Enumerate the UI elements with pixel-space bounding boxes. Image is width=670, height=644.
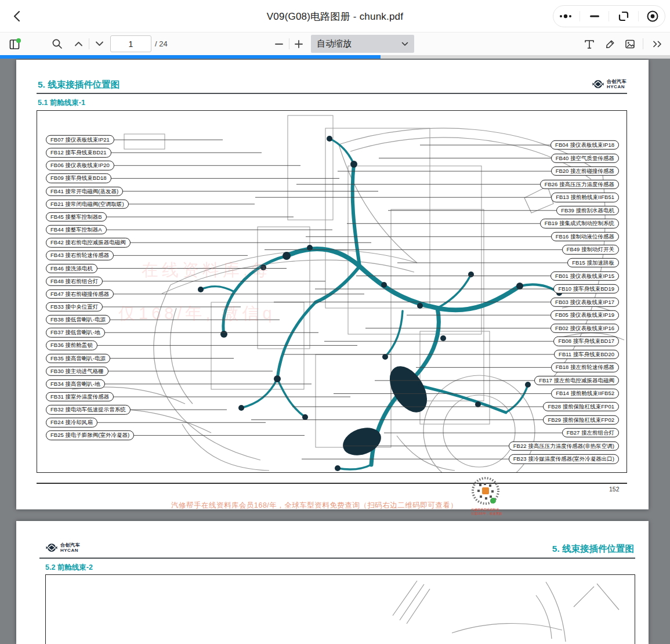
zoom-in-button[interactable] [291, 32, 306, 55]
search-button[interactable] [49, 32, 65, 55]
hycan-emblem-icon [592, 78, 604, 91]
brand-name-en: HYCAN [607, 84, 626, 89]
connector-label: FB07 接仪表板线束IP21 [46, 135, 114, 144]
connector-label: FB36 接前舱盖锁 [46, 341, 97, 350]
connector-label: FB01 接仪表板线束IP15 [551, 271, 619, 280]
insert-image-button[interactable] [622, 32, 638, 55]
header-rule [39, 558, 635, 559]
connector-label: FB41 接常开电磁阀(蒸发器) [46, 186, 123, 196]
connector-label: FB14 接前舱线束IIFB52 [551, 389, 619, 398]
footer-watermark: 汽修帮手在线资料库会员168/年，全球车型资料免费查询（扫码右边二维码即可查看） [171, 501, 458, 511]
prev-page-button[interactable] [71, 32, 86, 55]
brand-text: 合创汽车 HYCAN [607, 79, 626, 89]
connector-label: FB49 接制动灯开关 [562, 245, 619, 254]
connector-label: FB18 接左前轮速传感器 [551, 363, 619, 372]
window-capsule [553, 5, 665, 27]
pdf-toolbar: / 24 自动缩放 [0, 32, 670, 55]
pdf-viewport[interactable]: 5. 线束接插件位置图 合创汽车 HYCAN 5.1 前舱线束-1 [0, 59, 670, 644]
connector-label: FB29 接前保险杠线束FP02 [543, 415, 619, 424]
search-icon [52, 38, 63, 49]
connector-label: FB15 接加速踏板 [567, 258, 619, 267]
text-tool-button[interactable] [581, 32, 597, 55]
close-button[interactable] [643, 8, 662, 25]
connector-label: FB45 接整车控制器B [46, 212, 107, 222]
brand-name-en: HYCAN [60, 548, 80, 553]
float-window-icon [618, 10, 629, 22]
subsection-title: 5.2 前舱线束-2 [45, 563, 93, 573]
capsule-divider [638, 11, 639, 21]
connector-label: FB37 接低音喇叭-地 [46, 328, 105, 337]
connector-label: FB38 接低音喇叭-电源 [46, 315, 110, 324]
page-number-input[interactable] [110, 35, 151, 52]
zoom-out-button[interactable] [271, 32, 287, 55]
connector-label: FB47 接右前碰撞传感器 [46, 290, 114, 299]
hycan-emblem-icon [45, 541, 58, 554]
brand-text: 合创汽车 HYCAN [60, 542, 80, 553]
more-tools-button[interactable] [649, 32, 667, 55]
connector-label: FB43 接右前轮速传感器 [46, 251, 114, 260]
capsule-divider [609, 11, 609, 21]
harness-diagram-drawing [37, 111, 626, 472]
connector-label: FB13 接前舱线束IIFB51 [551, 193, 619, 202]
section-title: 5. 线束接插件位置图 [552, 543, 634, 555]
capsule-divider [580, 11, 580, 21]
connector-label: FB44 接整车控制器A [46, 225, 107, 234]
next-page-button[interactable] [92, 32, 107, 55]
chevron-down-icon [95, 41, 104, 46]
connector-label: FB21 接常闭电磁阀(空调取暖) [46, 200, 129, 209]
qr-caption-line2: 仅需168/年，极速更新 [471, 512, 502, 516]
connector-label: FB12 接车身线束BD21 [46, 148, 111, 157]
float-window-button[interactable] [614, 8, 633, 25]
brand-logo: 合创汽车 HYCAN [592, 78, 626, 91]
harness-diagram-2-drawing [46, 575, 635, 644]
pen-icon [605, 39, 615, 49]
select-chevron-down-icon [401, 42, 408, 46]
qr-stamp-icon [470, 476, 501, 508]
harness-diagram-2 [45, 574, 635, 644]
connector-label: FB03 接仪表板线束IP17 [551, 297, 619, 306]
text-tool-icon [584, 39, 595, 49]
section-title: 5. 线束接插件位置图 [38, 79, 119, 91]
connector-label: FB34 接高音喇叭-地 [46, 379, 105, 389]
toolbar-divider [89, 38, 89, 49]
minimize-icon [589, 15, 600, 18]
connector-label: FB19 接集成式制动控制系统 [540, 219, 619, 228]
more-options-button[interactable] [556, 8, 575, 25]
diagram-watermark-line1: 在线资料库,每 [142, 259, 271, 282]
connector-label: FB30 接主动进气格栅 [46, 366, 108, 375]
connector-label: FB10 接车身线束BD19 [553, 284, 619, 294]
connector-label: FB22 接高压压力温度传感器(非热泵空调) [509, 441, 619, 450]
connector-label: FB46 接洗涤电机 [46, 263, 97, 273]
brand-name-cn: 合创汽车 [607, 79, 626, 84]
record-target-icon [646, 10, 659, 23]
header-rule [37, 93, 627, 94]
qr-caption: 汽修帮手在线资料库 仅需168/年，极速更新 [471, 508, 502, 516]
connector-label: FB05 接仪表板线束IP19 [551, 310, 619, 320]
connector-label: FB26 接高压压力温度传感器 [540, 179, 619, 189]
minimize-button[interactable] [585, 8, 604, 25]
connector-label: FB32 接电动车低速提示音系统 [46, 405, 131, 414]
pdf-page-2: 合创汽车 HYCAN 5. 线束接插件位置图 5.2 前舱线束-2 [16, 521, 649, 644]
title-bar: V09(G08)电路图册 - chunk.pdf [0, 0, 670, 32]
sidebar-panel-icon [9, 38, 21, 50]
connector-label: FB48 接右前组合灯 [46, 276, 103, 285]
more-dots-icon [559, 13, 573, 20]
connector-label: FB02 接仪表板线束IP16 [551, 323, 619, 332]
connector-label: FB20 接左前碰撞传感器 [551, 167, 619, 176]
connector-label: FB16 接制动液位传感器 [551, 232, 619, 241]
sidebar-toggle-button[interactable] [6, 32, 24, 55]
minus-icon [275, 43, 283, 45]
connector-label: FB17 接左前电控减振器电磁阀 [534, 376, 619, 385]
connector-label: FB27 接左前组合灯 [562, 428, 619, 437]
connector-label: FB25 接电子膨胀阀(室外冷凝器) [46, 430, 134, 440]
connector-label: FB11 接车身线束BD20 [554, 350, 619, 359]
zoom-mode-select[interactable]: 自动缩放 [311, 35, 414, 53]
zoom-mode-value: 自动缩放 [317, 38, 401, 49]
annotate-pen-button[interactable] [602, 32, 618, 55]
harness-diagram: 在线资料库,每 仅168/年, 微信q FB07 接仪表板线束IP21FB12 … [37, 110, 627, 473]
brand-logo: 合创汽车 HYCAN [45, 541, 80, 554]
connector-label: FB40 接空气质量传感器 [551, 153, 619, 162]
chevron-up-icon [74, 41, 83, 46]
toolbar-divider [643, 38, 643, 49]
connector-label: FB04 接仪表板线束IP18 [551, 140, 619, 150]
